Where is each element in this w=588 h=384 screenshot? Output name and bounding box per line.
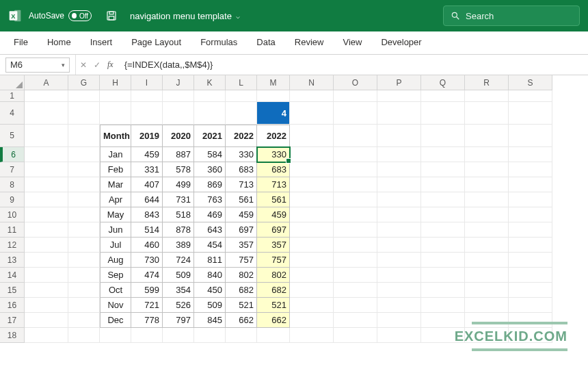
cell[interactable]: Jun (100, 222, 131, 238)
cell[interactable]: 2022 (257, 125, 290, 147)
cell[interactable] (25, 207, 68, 222)
cell[interactable] (68, 162, 100, 177)
cell[interactable]: 845 (194, 313, 226, 328)
cell[interactable]: Sep (100, 268, 131, 283)
cell[interactable] (290, 125, 334, 147)
cell[interactable]: Jul (100, 238, 131, 253)
cell[interactable] (68, 147, 100, 162)
tab-review[interactable]: Review (286, 33, 332, 53)
cell[interactable]: 778 (131, 313, 163, 328)
cell[interactable] (377, 328, 421, 343)
cell[interactable] (100, 102, 131, 125)
cell[interactable] (377, 125, 421, 147)
cell[interactable] (163, 328, 194, 343)
cell[interactable] (334, 192, 377, 207)
cell[interactable] (290, 192, 334, 207)
cell[interactable]: 389 (163, 238, 194, 253)
cell[interactable]: 509 (163, 268, 194, 283)
cell[interactable] (68, 207, 100, 222)
cell[interactable] (465, 90, 509, 102)
cell[interactable] (100, 328, 131, 343)
cell[interactable]: 869 (194, 177, 226, 192)
row-header-10[interactable]: 10 (0, 207, 25, 222)
cell[interactable]: 843 (131, 207, 163, 222)
cell[interactable] (465, 313, 509, 328)
cell[interactable]: 713 (226, 177, 257, 192)
cell[interactable] (421, 298, 465, 313)
cell[interactable] (290, 162, 334, 177)
cell[interactable] (334, 90, 377, 102)
cell[interactable] (421, 328, 465, 343)
cell[interactable] (334, 298, 377, 313)
row-header-18[interactable]: 18 (0, 328, 25, 343)
cell[interactable] (290, 253, 334, 268)
cell[interactable] (377, 207, 421, 222)
cell[interactable]: 469 (194, 207, 226, 222)
cell[interactable] (100, 90, 131, 102)
cell[interactable] (421, 268, 465, 283)
cell[interactable] (68, 313, 100, 328)
cell[interactable] (290, 313, 334, 328)
col-header-I[interactable]: I (131, 75, 163, 90)
cell[interactable] (25, 253, 68, 268)
cell[interactable] (509, 102, 552, 125)
cell[interactable] (334, 147, 377, 162)
col-header-M[interactable]: M (257, 75, 290, 90)
cell[interactable] (68, 328, 100, 343)
cell[interactable] (509, 328, 552, 343)
cell[interactable]: 840 (194, 268, 226, 283)
cell[interactable] (25, 162, 68, 177)
cell[interactable] (465, 192, 509, 207)
tab-developer[interactable]: Developer (373, 33, 429, 53)
cell[interactable] (290, 147, 334, 162)
cell[interactable]: 357 (226, 238, 257, 253)
cell[interactable] (465, 162, 509, 177)
cell[interactable] (68, 283, 100, 298)
cell[interactable]: Feb (100, 162, 131, 177)
cell[interactable]: 2020 (163, 125, 194, 147)
col-header-G[interactable]: G (68, 75, 100, 90)
cell[interactable] (131, 90, 163, 102)
cell[interactable] (334, 253, 377, 268)
cell[interactable]: 713 (257, 177, 290, 192)
cell[interactable]: Apr (100, 192, 131, 207)
cell[interactable]: 797 (163, 313, 194, 328)
tab-formulas[interactable]: Formulas (192, 33, 245, 53)
cell[interactable] (421, 177, 465, 192)
cell[interactable] (257, 90, 290, 102)
cell[interactable] (68, 268, 100, 283)
row-header-12[interactable]: 12 (0, 238, 25, 253)
cell[interactable]: Month (100, 125, 131, 147)
tab-file[interactable]: File (5, 33, 36, 53)
cell[interactable]: 662 (226, 313, 257, 328)
cell[interactable]: 2021 (194, 125, 226, 147)
save-icon[interactable] (105, 10, 118, 22)
cell[interactable] (25, 268, 68, 283)
cell[interactable] (25, 147, 68, 162)
cell[interactable] (421, 313, 465, 328)
cell[interactable] (334, 268, 377, 283)
cell[interactable] (334, 238, 377, 253)
cell[interactable] (334, 328, 377, 343)
cell[interactable] (290, 177, 334, 192)
cell[interactable] (334, 177, 377, 192)
cell[interactable]: 459 (131, 147, 163, 162)
cell[interactable]: Oct (100, 283, 131, 298)
cell[interactable] (226, 90, 257, 102)
cell[interactable] (465, 102, 509, 125)
cell[interactable] (421, 253, 465, 268)
autosave-toggle[interactable]: AutoSave Off (29, 10, 92, 21)
cancel-icon[interactable]: ✕ (80, 60, 87, 70)
cell[interactable] (465, 147, 509, 162)
cell[interactable] (290, 102, 334, 125)
cell[interactable] (377, 253, 421, 268)
cell[interactable] (377, 298, 421, 313)
cell[interactable]: 584 (194, 147, 226, 162)
col-header-K[interactable]: K (194, 75, 226, 90)
cell[interactable]: 526 (163, 298, 194, 313)
cell[interactable]: Aug (100, 253, 131, 268)
cell[interactable] (509, 253, 552, 268)
row-header-7[interactable]: 7 (0, 162, 25, 177)
tab-insert[interactable]: Insert (82, 33, 121, 53)
cell[interactable]: Mar (100, 177, 131, 192)
